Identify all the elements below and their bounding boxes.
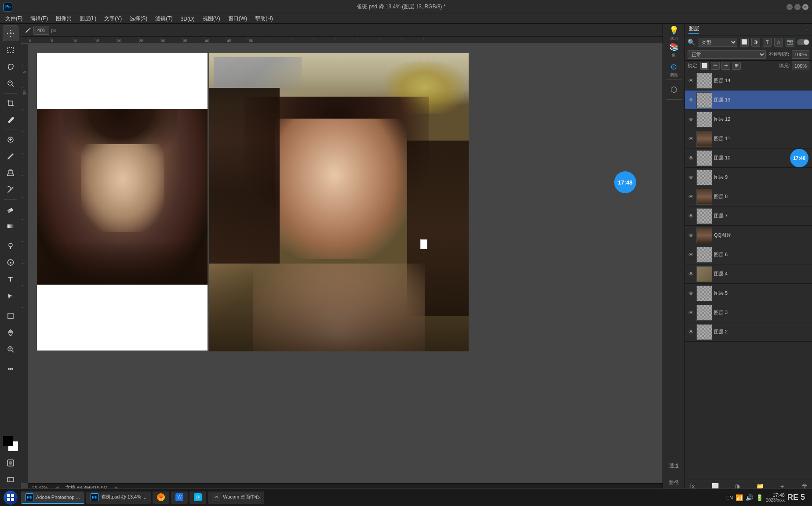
spot-heal-tool[interactable] [3, 132, 18, 148]
eraser-tool[interactable] [3, 202, 18, 217]
layer-visibility-12[interactable]: 👁 [688, 116, 695, 123]
layer-visibility-qq[interactable]: 👁 [688, 232, 695, 239]
color-swatches[interactable] [3, 436, 18, 452]
3d-panel-toggle[interactable]: ⬡ [666, 82, 682, 98]
pen-tool[interactable] [3, 255, 18, 271]
layer-item-6[interactable]: 👁 图层 6 [685, 245, 812, 264]
lasso-tool[interactable] [3, 59, 18, 75]
layer-visibility-11[interactable]: 👁 [688, 135, 695, 142]
tray-en[interactable]: EN [726, 495, 733, 500]
layer-visibility-9[interactable]: 👁 [688, 174, 695, 181]
screen-mode-button[interactable] [3, 472, 18, 488]
layer-visibility-2[interactable]: 👁 [688, 329, 695, 336]
start-button[interactable] [4, 491, 18, 505]
taskbar-browser-app[interactable]: 🦊 [153, 492, 169, 504]
layer-visibility-7[interactable]: 👁 [688, 213, 695, 220]
menu-item-t[interactable]: 滤镜(T) [152, 14, 176, 23]
layer-item-14[interactable]: 👁 图层 14 [685, 71, 812, 90]
taskbar-wacom-app[interactable]: W Wacom 桌面中心 [208, 492, 264, 504]
layer-visibility-8[interactable]: 👁 [688, 193, 695, 200]
tab-layers[interactable]: 图层 [688, 25, 699, 34]
layer-visibility-3[interactable]: 👁 [688, 309, 695, 316]
clone-stamp-tool[interactable] [3, 165, 18, 181]
layer-item-12[interactable]: 👁 图层 12 [685, 110, 812, 129]
filter-smart-btn[interactable]: 📷 [786, 38, 794, 47]
layer-item-9[interactable]: 👁 图层 9 [685, 168, 812, 187]
layer-item-10[interactable]: 👁 图层 10 17:48 [685, 148, 812, 168]
layer-visibility-4[interactable]: 👁 [688, 271, 695, 278]
menu-item-f[interactable]: 文件(F) [2, 14, 26, 23]
layer-visibility-10[interactable]: 👁 [688, 155, 695, 162]
brush-size-input[interactable] [33, 26, 49, 35]
menu-item-y[interactable]: 文字(Y) [101, 14, 125, 23]
layer-item-13[interactable]: 👁 图层 13 [685, 90, 812, 110]
adjustments-panel-toggle[interactable]: ⊙ 调整 [666, 62, 682, 78]
filter-text-btn[interactable]: T [763, 38, 772, 47]
opacity-input[interactable] [792, 50, 809, 59]
learn-panel-toggle[interactable]: 💡 学习 [666, 25, 682, 41]
maximize-button[interactable]: □ [794, 4, 801, 10]
hand-tool[interactable] [3, 325, 18, 340]
filter-pixel-btn[interactable]: ⬜ [740, 38, 749, 47]
lock-position-btn[interactable]: ✛ [721, 62, 730, 70]
blend-mode-dropdown[interactable]: 正常 [688, 50, 766, 59]
tray-re5-label[interactable]: RE 5 [787, 493, 805, 502]
dodge-tool[interactable] [3, 238, 18, 254]
lock-pixels-btn[interactable]: ✏ [711, 62, 720, 70]
library-panel-toggle[interactable]: 📚 库 [666, 42, 682, 58]
quick-select-tool[interactable] [3, 76, 18, 91]
filter-type-dropdown[interactable]: 类型 [698, 38, 737, 47]
channel-sub-toggle[interactable]: 通道 [666, 458, 682, 473]
layer-item-5[interactable]: 👁 图层 5 [685, 284, 812, 303]
layer-item-qq[interactable]: 👁 QQ图片 [685, 226, 812, 245]
marquee-tool[interactable] [3, 42, 18, 58]
taskbar-photoshop-app[interactable]: Ps Adobe Photoshop ... [21, 492, 84, 504]
crop-tool[interactable] [3, 95, 18, 111]
taskbar-app4[interactable]: @ [189, 492, 206, 504]
path-select-tool[interactable] [3, 288, 18, 304]
taskbar-app3[interactable]: W [171, 492, 188, 504]
menu-item-e[interactable]: 编辑(E) [27, 14, 51, 23]
filter-toggle[interactable] [797, 39, 809, 45]
layer-visibility-14[interactable]: 👁 [688, 77, 695, 84]
filter-adj-btn[interactable]: ◑ [751, 38, 760, 47]
tray-battery-icon[interactable]: 🔋 [756, 494, 763, 501]
layer-visibility-6[interactable]: 👁 [688, 251, 695, 258]
tray-network-icon[interactable]: 📶 [736, 494, 743, 501]
menu-item-3dd[interactable]: 3D(D) [177, 15, 198, 23]
layer-visibility-5[interactable]: 👁 [688, 290, 695, 297]
path-sub-toggle[interactable]: 路径 [666, 474, 682, 490]
zoom-tool[interactable] [3, 341, 18, 357]
fill-input[interactable] [792, 61, 809, 70]
menu-item-s[interactable]: 选择(S) [126, 14, 151, 23]
menu-item-i[interactable]: 图像(I) [52, 14, 75, 23]
quick-mask-button[interactable] [3, 455, 18, 471]
minimize-button[interactable]: — [787, 4, 793, 10]
layer-item-4[interactable]: 👁 图层 4 [685, 264, 812, 284]
menu-item-h[interactable]: 帮助(H) [251, 14, 277, 23]
foreground-color[interactable] [3, 436, 13, 446]
brush-tool[interactable] [3, 148, 18, 164]
layer-item-7[interactable]: 👁 图层 7 [685, 206, 812, 226]
layer-item-8[interactable]: 👁 图层 8 [685, 187, 812, 206]
layer-visibility-13[interactable]: 👁 [688, 97, 695, 104]
move-tool[interactable] [3, 25, 18, 41]
shape-tool[interactable] [3, 308, 18, 324]
filter-shape-btn[interactable]: △ [774, 38, 783, 47]
text-tool[interactable] [3, 271, 18, 287]
canvas-viewport[interactable]: 17:48 [28, 44, 663, 483]
menu-item-v[interactable]: 视图(V) [199, 14, 224, 23]
extra-tool[interactable] [3, 361, 18, 377]
lock-artboard-btn[interactable]: ⊞ [732, 62, 741, 70]
tray-sound-icon[interactable]: 🔊 [746, 494, 753, 501]
history-brush-tool[interactable] [3, 182, 18, 198]
layer-item-11[interactable]: 👁 图层 11 [685, 129, 812, 148]
close-button[interactable]: ✕ [802, 4, 808, 10]
menu-item-w[interactable]: 窗口(W) [225, 14, 251, 23]
gradient-tool[interactable] [3, 218, 18, 234]
menu-item-l[interactable]: 图层(L) [76, 14, 100, 23]
layers-panel-menu[interactable]: ≡ [806, 27, 808, 33]
eyedropper-tool[interactable] [3, 112, 18, 128]
layer-item-3[interactable]: 👁 图层 3 [685, 303, 812, 322]
taskbar-file-app[interactable]: Ps 雀斑.psd @ 13.4% ... [86, 492, 151, 504]
